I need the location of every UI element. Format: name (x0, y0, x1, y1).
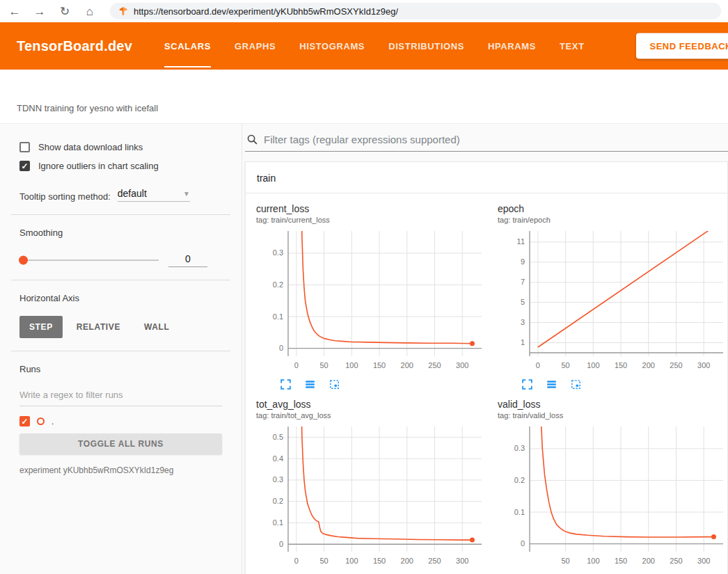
runs-list: ✓. (19, 416, 222, 426)
svg-text:100: 100 (587, 557, 599, 565)
experiment-title: TDNN training for yesno with icefall (17, 103, 158, 113)
svg-text:300: 300 (697, 361, 710, 369)
svg-text:250: 250 (428, 361, 441, 369)
subheader: TDNN training for yesno with icefall (0, 70, 728, 124)
svg-text:200: 200 (401, 361, 413, 369)
chart-plot[interactable]: 00.10.20.3050100150200250300 (256, 227, 487, 374)
svg-text:0.1: 0.1 (273, 518, 283, 527)
ignore-outliers-checkbox[interactable]: ✓ (19, 161, 30, 171)
svg-text:1: 1 (521, 338, 525, 346)
chart-title: current_loss (256, 203, 487, 214)
send-feedback-button[interactable]: SEND FEEDBACK (636, 33, 728, 59)
tab-scalars[interactable]: SCALARS (164, 22, 211, 70)
smoothing-slider-thumb[interactable] (19, 256, 28, 265)
axis-options: STEPRELATIVEWALL (19, 316, 222, 338)
ignore-outliers-label: Ignore outliers in chart scaling (38, 161, 159, 171)
axis-option-wall[interactable]: WALL (134, 316, 179, 338)
fit-domain-icon[interactable] (329, 378, 340, 390)
svg-text:300: 300 (456, 557, 468, 565)
svg-text:5: 5 (521, 298, 525, 306)
app-header: TensorBoard.dev SCALARSGRAPHSHISTOGRAMSD… (0, 22, 728, 70)
svg-text:100: 100 (345, 557, 358, 565)
svg-text:100: 100 (345, 361, 358, 369)
svg-text:250: 250 (428, 557, 441, 565)
ignore-outliers-row[interactable]: ✓ Ignore outliers in chart scaling (19, 161, 222, 171)
chart-title: epoch (498, 203, 728, 214)
tab-histograms[interactable]: HISTOGRAMS (299, 22, 365, 70)
chart-plot[interactable]: 00.10.20.30.40.5050100150200250300 (256, 422, 487, 570)
svg-text:9: 9 (521, 257, 525, 266)
chart-plot[interactable]: 1357911050100150200250300 (498, 227, 728, 374)
svg-text:50: 50 (320, 557, 329, 565)
chart-tag: tag: train/epoch (498, 216, 728, 224)
run-name: . (52, 417, 54, 426)
run-row[interactable]: ✓. (19, 416, 222, 426)
fullscreen-icon[interactable] (280, 378, 292, 390)
reload-icon[interactable]: ↻ (57, 6, 72, 17)
home-icon[interactable]: ⌂ (82, 6, 97, 17)
svg-text:3: 3 (521, 318, 525, 326)
run-color-swatch (37, 417, 45, 425)
filter-tags-input[interactable] (264, 134, 727, 145)
svg-text:0: 0 (294, 557, 299, 565)
show-download-checkbox[interactable]: ✓ (19, 142, 30, 152)
chart-current_loss: current_losstag: train/current_loss00.10… (256, 203, 487, 390)
svg-text:300: 300 (697, 557, 710, 565)
tooltip-sorting-value: default (118, 188, 147, 199)
settings-sidebar: ✓ Show data download links ✓ Ignore outl… (0, 124, 242, 574)
run-checkbox[interactable]: ✓ (19, 416, 30, 426)
filter-tags-row (245, 132, 728, 152)
address-bar[interactable]: https://tensorboard.dev/experiment/yKUbh… (110, 3, 721, 19)
divider (11, 214, 230, 215)
chart-valid_loss: valid_losstag: train/valid_loss00.10.20.… (498, 399, 728, 574)
browser-bar: ← → ↻ ⌂ https://tensorboard.dev/experime… (0, 0, 728, 22)
svg-text:0.5: 0.5 (273, 433, 283, 441)
back-icon[interactable]: ← (7, 6, 22, 17)
svg-text:50: 50 (320, 361, 329, 369)
horizontal-axis-label: Horizontal Axis (19, 293, 222, 303)
svg-text:100: 100 (587, 361, 599, 369)
tag-group-header[interactable]: train (246, 162, 727, 193)
chart-title: tot_avg_loss (256, 399, 487, 410)
show-download-row[interactable]: ✓ Show data download links (19, 142, 222, 152)
axis-option-step[interactable]: STEP (19, 316, 63, 338)
svg-text:0.2: 0.2 (273, 497, 283, 505)
svg-text:50: 50 (562, 557, 570, 565)
toggle-all-runs-button[interactable]: TOGGLE ALL RUNS (19, 433, 222, 454)
fit-domain-icon[interactable] (570, 378, 582, 390)
svg-text:0.3: 0.3 (273, 475, 283, 484)
tab-distributions[interactable]: DISTRIBUTIONS (388, 22, 464, 70)
tab-text[interactable]: TEXT (560, 22, 585, 70)
chart-toolbar (280, 378, 487, 390)
search-icon (246, 134, 258, 145)
tag-group-card: train current_losstag: train/current_los… (245, 161, 728, 574)
nav-tabs: SCALARSGRAPHSHISTOGRAMSDISTRIBUTIONSHPAR… (164, 22, 585, 70)
tag-group-title: train (257, 173, 276, 184)
chart-toolbar (521, 378, 728, 390)
fullscreen-icon[interactable] (521, 378, 533, 390)
chart-title: valid_loss (498, 399, 728, 410)
data-table-icon[interactable] (546, 378, 557, 390)
svg-text:0: 0 (294, 361, 299, 369)
smoothing-slider-row: 0 (19, 253, 222, 267)
tooltip-sorting-dropdown[interactable]: default ▼ (118, 188, 190, 202)
data-table-icon[interactable] (304, 378, 316, 390)
smoothing-label: Smoothing (19, 228, 222, 238)
svg-text:250: 250 (670, 361, 682, 369)
smoothing-slider[interactable] (19, 260, 159, 261)
tensorboard-favicon (118, 6, 128, 16)
svg-text:150: 150 (373, 361, 386, 369)
svg-text:0: 0 (279, 540, 283, 548)
smoothing-value[interactable]: 0 (168, 253, 207, 267)
tab-hparams[interactable]: HPARAMS (488, 22, 536, 70)
divider (11, 351, 230, 351)
tooltip-sorting-row: Tooltip sorting method: default ▼ (19, 188, 222, 202)
runs-filter-input[interactable] (19, 387, 222, 406)
chevron-down-icon: ▼ (183, 190, 190, 198)
axis-option-relative[interactable]: RELATIVE (67, 316, 130, 338)
chart-plot[interactable]: 00.10.20.350100150200250300 (498, 422, 728, 570)
svg-text:0.1: 0.1 (514, 508, 525, 516)
forward-icon[interactable]: → (32, 6, 47, 17)
tab-graphs[interactable]: GRAPHS (235, 22, 276, 70)
main-area: train current_losstag: train/current_los… (242, 124, 728, 574)
